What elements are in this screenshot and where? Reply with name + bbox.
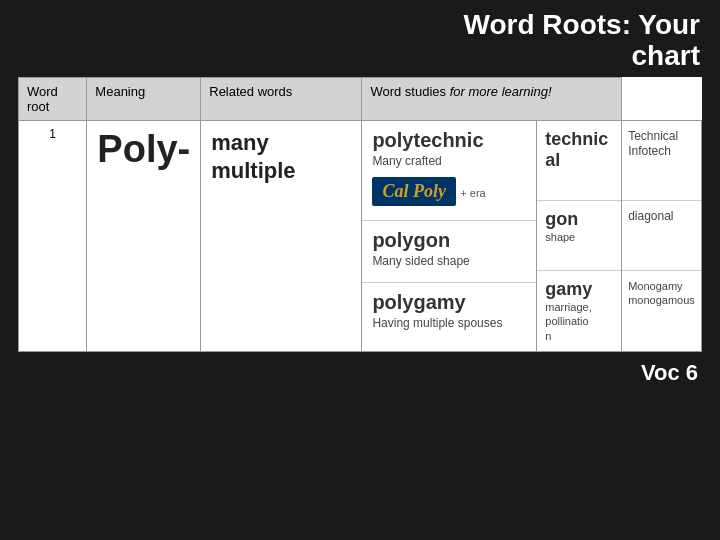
- related-polygamy: polygamy Having multiple spouses: [362, 283, 536, 344]
- studies-diagonal: diagonal: [628, 209, 695, 225]
- row-number-cell: 1: [19, 120, 87, 351]
- studies-gon: gon shape: [537, 201, 621, 271]
- studies-extra-polygon: diagonal: [622, 201, 701, 271]
- meaning-cell: many multiple: [201, 120, 362, 351]
- related-polygon: polygon Many sided shape: [362, 221, 536, 283]
- related-polytechnic: polytechnic Many crafted Cal Poly + era: [362, 121, 536, 221]
- table-row: 1 Poly- many multiple polytechnic Many c…: [19, 120, 702, 351]
- word-roots-table: Word root Meaning Related words Word stu…: [18, 77, 702, 352]
- related-desc-polytechnic: Many crafted: [372, 154, 526, 168]
- related-desc-polygon: Many sided shape: [372, 254, 526, 268]
- header-related: Related words: [201, 77, 362, 120]
- poly-root-cell: Poly-: [87, 120, 201, 351]
- header-row: Word root Meaning Related words Word stu…: [19, 77, 702, 120]
- header-word-root: Word root: [19, 77, 87, 120]
- table-container: Word root Meaning Related words Word stu…: [18, 77, 702, 352]
- footer-area: Voc 6: [0, 360, 720, 386]
- related-word-polygon: polygon: [372, 229, 526, 252]
- studies-cell: technical gon shape gamy marriage,pollin…: [537, 120, 622, 351]
- studies-monogamy: Monogamy monogamous: [628, 279, 695, 308]
- related-desc-polygamy: Having multiple spouses: [372, 316, 526, 330]
- plus-era: + era: [460, 187, 485, 199]
- voc6-label: Voc 6: [641, 360, 698, 385]
- title-line2: chart: [632, 40, 700, 71]
- header-studies: Word studies for more learning!: [362, 77, 622, 120]
- studies-extra-technic: Technical Infotech: [622, 121, 701, 201]
- studies-gamy-desc: marriage,pollination: [545, 300, 613, 343]
- related-words-cell: polytechnic Many crafted Cal Poly + era …: [362, 120, 537, 351]
- related-word-polytechnic: polytechnic: [372, 129, 526, 152]
- studies-gon-word: gon: [545, 209, 613, 231]
- studies-technic-word: technical: [545, 129, 613, 172]
- studies-technical-infotech: Technical Infotech: [628, 129, 695, 160]
- title-area: Word Roots: Your chart: [0, 0, 720, 77]
- studies-technic: technical: [537, 121, 621, 201]
- studies-extra-polygamy: Monogamy monogamous: [622, 271, 701, 351]
- studies-extra-cell: Technical Infotech diagonal Monogamy mon…: [622, 120, 702, 351]
- studies-gamy-word: gamy: [545, 279, 613, 301]
- title-line1: Word Roots: Your: [464, 9, 700, 40]
- studies-gamy: gamy marriage,pollination: [537, 271, 621, 351]
- related-word-polygamy: polygamy: [372, 291, 526, 314]
- poly-root-text: Poly-: [97, 128, 190, 170]
- cal-poly-badge: Cal Poly: [372, 177, 456, 206]
- header-studies-text: Word studies for more learning!: [370, 84, 551, 99]
- header-meaning: Meaning: [87, 77, 201, 120]
- meaning-text: many multiple: [211, 130, 295, 184]
- studies-gon-desc: shape: [545, 230, 613, 244]
